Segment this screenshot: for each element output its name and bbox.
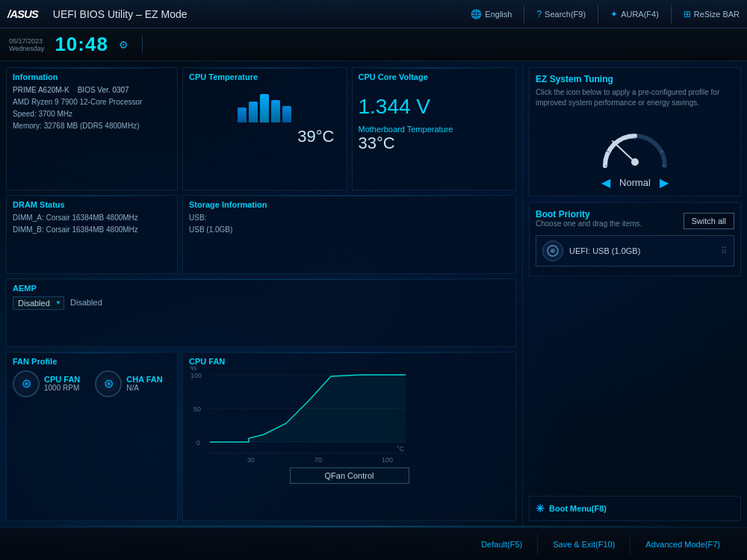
aemp-select-wrapper[interactable]: Disabled AEMP I AEMP II: [13, 296, 64, 310]
cha-fan-item: ⊛ CHA FAN N/A: [95, 370, 162, 397]
top-row: Information PRIME A620M-K BIOS Ver. 0307…: [6, 67, 516, 190]
cpu-fan-item: ⊛ CPU FAN 1000 RPM: [13, 370, 80, 397]
language-label: English: [485, 10, 512, 19]
svg-line-13: [613, 141, 635, 162]
boot-menu-item[interactable]: ✳ Boot Menu(F8): [536, 503, 734, 514]
temp-bar-2: [249, 102, 258, 122]
save-exit-button[interactable]: Save & Exit(F10): [538, 534, 630, 555]
time-display: 10:48: [55, 33, 108, 56]
tuning-next-button[interactable]: ▶: [657, 175, 672, 190]
search-nav[interactable]: ? Search(F9): [536, 9, 586, 19]
nav-divider-2: [598, 5, 598, 23]
drag-handle-0[interactable]: ⠿: [721, 246, 728, 256]
cha-fan-icon: ⊛: [95, 370, 122, 397]
aura-label: AURA(F4): [621, 10, 659, 19]
default-label: Default(F5): [481, 540, 522, 549]
nav-divider-3: [671, 5, 672, 23]
resize-icon: ⊞: [684, 9, 691, 19]
dram-panel: DRAM Status DIMM_A: Corsair 16384MB 4800…: [6, 195, 178, 273]
time-bar: 05/17/2023 Wednesday 10:48 ⚙ 🌐 English ?…: [0, 28, 747, 61]
nav-divider-1: [524, 5, 524, 23]
boot-priority-header: Boot Priority Choose one and drag the it…: [536, 209, 734, 232]
dram-title: DRAM Status: [13, 200, 171, 209]
cpu-fan-info: CPU FAN 1000 RPM: [44, 375, 80, 392]
cpu-temperature-panel: CPU Temperature 39°C: [182, 67, 347, 190]
qfan-control-button[interactable]: QFan Control: [290, 467, 409, 484]
right-panel: EZ System Tuning Click the icon below to…: [523, 61, 747, 527]
dram-item-1: DIMM_B: Corsair 16384MB 4800MHz: [13, 224, 171, 236]
bottom-bar: Default(F5) Save & Exit(F10) Advanced Mo…: [0, 527, 747, 560]
aura-icon: ✦: [610, 9, 618, 19]
cpu-fan-name: CPU FAN: [44, 375, 80, 384]
fan-chart-svg: 100 50 0 30 70 100 °C: [189, 367, 409, 464]
mb-temp-title: Motherboard Temperature: [359, 125, 510, 134]
cpu-fan-speed: 1000 RPM: [44, 384, 80, 392]
ez-tuning-title: EZ System Tuning: [536, 74, 734, 84]
cpu-temperature-title: CPU Temperature: [189, 72, 341, 81]
switch-all-button[interactable]: Switch all: [684, 213, 734, 229]
gauge-svg: [598, 117, 672, 169]
information-title: Information: [13, 72, 171, 81]
time-settings-icon[interactable]: ⚙: [119, 39, 128, 51]
right-spacer: [529, 282, 741, 490]
usb-drive-icon: [546, 244, 560, 258]
aemp-label: Disabled: [70, 298, 102, 307]
cpu-voltage-panel: CPU Core Voltage 1.344 V Motherboard Tem…: [352, 67, 517, 190]
resize-label: ReSize BAR: [694, 10, 740, 19]
information-panel: Information PRIME A620M-K BIOS Ver. 0307…: [6, 67, 178, 190]
boot-menu-panel[interactable]: ✳ Boot Menu(F8): [529, 496, 741, 521]
fan-profile-title: FAN Profile: [13, 357, 171, 366]
cpu-voltage-title: CPU Core Voltage: [359, 72, 510, 81]
svg-text:°C: °C: [397, 445, 405, 452]
chart-wrapper: % 100 50 0 30 70: [189, 367, 509, 464]
aemp-inner: Disabled AEMP I AEMP II Disabled: [13, 296, 509, 310]
ez-tuning-desc: Click the icon below to apply a pre-conf…: [536, 87, 734, 108]
info-line-2: Speed: 3700 MHz: [13, 108, 171, 120]
boot-item-icon-0: [542, 240, 563, 261]
boot-item-0: UEFI: USB (1.0GB) ⠿: [536, 235, 734, 267]
aura-nav[interactable]: ✦ AURA(F4): [610, 9, 659, 19]
time-divider: [142, 36, 143, 54]
header-bar: /ASUS UEFI BIOS Utility – EZ Mode 🌐 Engl…: [0, 0, 747, 28]
aemp-title: AEMP: [13, 284, 509, 293]
storage-item-1: USB (1.0GB): [189, 224, 509, 236]
language-selector[interactable]: 🌐 English: [471, 9, 512, 19]
storage-panel: Storage Information USB: USB (1.0GB): [182, 195, 516, 273]
cpu-fan-icon: ⊛: [13, 370, 40, 397]
svg-point-20: [551, 249, 555, 253]
aemp-select[interactable]: Disabled AEMP I AEMP II: [13, 296, 64, 310]
svg-text:50: 50: [193, 405, 201, 413]
boot-priority-panel: Boot Priority Choose one and drag the it…: [529, 202, 741, 276]
fan-items: ⊛ CPU FAN 1000 RPM ⊛ CHA FAN N/A: [13, 370, 171, 397]
cpu-fan-chart-panel: CPU FAN % 100 50 0: [182, 352, 516, 521]
cpu-temperature-value: 39°C: [189, 125, 341, 146]
resize-nav[interactable]: ⊞ ReSize BAR: [684, 9, 740, 19]
cha-fan-speed: N/A: [126, 384, 162, 392]
save-exit-label: Save & Exit(F10): [553, 540, 615, 549]
main-content: Information PRIME A620M-K BIOS Ver. 0307…: [0, 61, 747, 527]
tuning-current-label: Normal: [619, 177, 651, 188]
fan-profile-panel: FAN Profile ⊛ CPU FAN 1000 RPM ⊛ CHA FAN: [6, 352, 178, 521]
svg-text:70: 70: [314, 456, 322, 464]
boot-menu-label: Boot Menu(F8): [549, 504, 607, 513]
tuning-nav: ◀ Normal ▶: [536, 175, 734, 190]
dram-item-0: DIMM_A: Corsair 16384MB 4800MHz: [13, 212, 171, 224]
qfan-btn-wrapper[interactable]: QFan Control: [189, 467, 509, 484]
temp-bar-4: [271, 100, 280, 122]
mid-row: DRAM Status DIMM_A: Corsair 16384MB 4800…: [6, 195, 516, 273]
asus-logo: /ASUS: [7, 7, 38, 20]
boot-menu-icon: ✳: [536, 503, 545, 514]
temp-bar-3: [260, 94, 269, 122]
search-nav-icon: ?: [536, 9, 542, 19]
default-button[interactable]: Default(F5): [466, 534, 538, 555]
advanced-mode-button[interactable]: Advanced Mode(F7): [630, 534, 735, 555]
mb-temp-value: 33°C: [359, 134, 510, 153]
tuning-gauge-area: [536, 114, 734, 172]
boot-item-label-0: UEFI: USB (1.0GB): [569, 246, 715, 255]
cpu-fan-chart-title: CPU FAN: [189, 357, 509, 366]
chart-y-unit: %: [190, 364, 196, 372]
aemp-panel: AEMP Disabled AEMP I AEMP II Disabled: [6, 279, 516, 347]
tuning-prev-button[interactable]: ◀: [598, 175, 613, 190]
temp-bar-5: [282, 106, 291, 122]
info-line-1: AMD Ryzen 9 7900 12-Core Processor: [13, 96, 171, 108]
